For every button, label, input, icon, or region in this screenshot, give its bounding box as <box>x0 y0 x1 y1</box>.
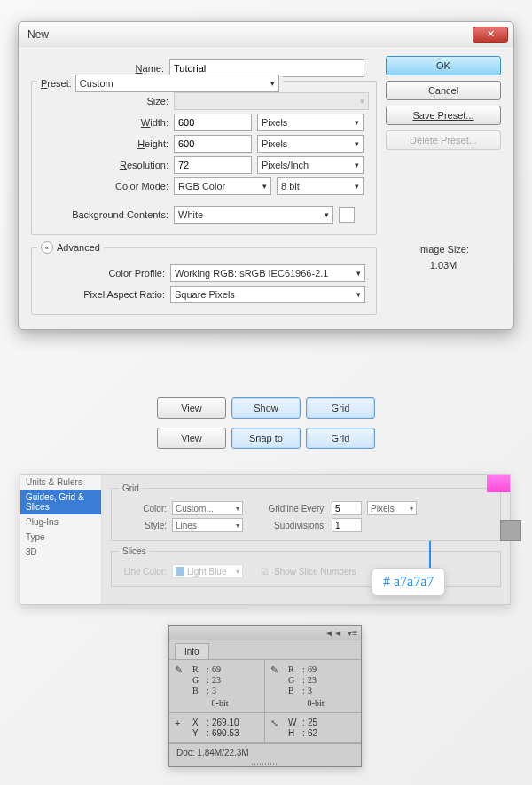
gridline-every-label: Gridline Every: <box>261 504 326 514</box>
new-document-dialog: New ✕ Name: Preset: Custom Size: Width: <box>18 21 514 330</box>
color-mode-select[interactable]: RGB Color <box>174 177 271 195</box>
bg-select[interactable]: White <box>174 206 333 224</box>
grid-item-button-2[interactable]: Grid <box>306 428 375 449</box>
sidebar-item-plugins[interactable]: Plug-Ins <box>20 514 101 530</box>
grid-style-label: Style: <box>119 521 167 530</box>
image-size-label: Image Size: <box>386 244 501 255</box>
size-label: Size: <box>35 96 168 106</box>
color-profile-select[interactable]: Working RGB: sRGB IEC61966-2.1 <box>170 264 365 282</box>
sidebar-item-units[interactable]: Units & Rulers <box>20 475 101 490</box>
rgb-readout-2: ✎ R:69 G:23 B:3 8-bit <box>265 660 361 713</box>
subdivisions-label: Subdivisions: <box>261 521 326 530</box>
color-profile-label: Color Profile: <box>32 268 165 279</box>
close-button[interactable]: ✕ <box>473 27 508 43</box>
par-label: Pixel Aspect Ratio: <box>32 289 165 300</box>
snap-to-submenu-button[interactable]: Snap to <box>231 428 301 449</box>
grid-color-label: Color: <box>119 504 167 514</box>
gridline-every-input[interactable] <box>332 501 362 515</box>
sidebar-item-3d[interactable]: 3D <box>20 545 101 560</box>
bit-depth-select[interactable]: 8 bit <box>277 177 364 195</box>
eyedropper-icon: ✎ <box>175 664 187 676</box>
grid-style-select[interactable]: Lines <box>172 518 243 532</box>
panel-menu-icon[interactable]: ▾≡ <box>348 628 357 638</box>
grid-custom-color-swatch[interactable] <box>500 520 521 541</box>
color-mode-label: Color Mode: <box>35 181 168 192</box>
ok-button[interactable]: OK <box>386 56 501 75</box>
width-label: Width: <box>35 117 168 128</box>
gridline-unit-select[interactable]: Pixels <box>367 501 417 515</box>
pink-swatch-icon <box>487 475 510 492</box>
grid-fieldset: Grid Color: Custom... Style: Lines Gridl… <box>111 483 501 541</box>
par-select[interactable]: Square Pixels <box>170 286 365 303</box>
color-hex-callout: # a7a7a7 <box>372 568 445 596</box>
info-panel: ◄◄ ▾≡ Info ✎ R:69 G:23 B:3 8-bit ✎ R:69 … <box>168 625 362 767</box>
eyedropper-icon: ✎ <box>270 664 283 676</box>
line-color-label: Line Color: <box>119 567 167 577</box>
bg-label: Background Contents: <box>35 209 168 220</box>
size-select <box>174 92 369 110</box>
height-label: Height: <box>35 138 168 149</box>
dialog-title: New <box>27 28 49 41</box>
height-input[interactable] <box>174 135 252 153</box>
delete-preset-button: Delete Preset... <box>386 130 501 150</box>
image-size-value: 1.03M <box>386 260 501 271</box>
callout-line <box>429 541 431 571</box>
height-unit-select[interactable]: Pixels <box>257 135 364 153</box>
doc-size-readout: Doc: 1.84M/22.3M <box>169 743 361 761</box>
crosshair-icon: + <box>175 718 187 728</box>
save-preset-button[interactable]: Save Preset... <box>386 106 501 125</box>
grid-item-button[interactable]: Grid <box>306 397 375 419</box>
dimensions-icon: ⤡ <box>270 718 283 729</box>
resolution-input[interactable] <box>174 156 252 174</box>
wh-readout: ⤡ W:25 H:62 <box>265 713 361 743</box>
resize-grip[interactable] <box>169 761 361 766</box>
show-slice-numbers-label: Show Slice Numbers <box>274 567 356 577</box>
advanced-toggle[interactable]: « <box>41 241 53 254</box>
bg-color-swatch[interactable] <box>339 207 355 223</box>
width-unit-select[interactable]: Pixels <box>257 114 364 131</box>
menu-path-strips: View Show Grid View Snap to Grid <box>0 397 532 449</box>
xy-readout: + X:269.10 Y:690.53 <box>169 713 265 743</box>
collapse-icon[interactable]: ◄◄ <box>325 628 342 638</box>
cancel-button[interactable]: Cancel <box>386 81 501 100</box>
preset-label: Preset: <box>41 78 72 89</box>
resolution-unit-select[interactable]: Pixels/Inch <box>257 156 364 174</box>
prefs-sidebar: Units & Rulers Guides, Grid & Slices Plu… <box>20 475 102 604</box>
slices-legend: Slices <box>119 546 150 556</box>
info-tab[interactable]: Info <box>175 643 209 659</box>
rgb-readout-1: ✎ R:69 G:23 B:3 8-bit <box>169 660 265 713</box>
sidebar-item-guides-grid[interactable]: Guides, Grid & Slices <box>20 490 101 514</box>
show-submenu-button[interactable]: Show <box>231 397 301 419</box>
width-input[interactable] <box>174 114 252 131</box>
resolution-label: Resolution: <box>35 160 168 170</box>
sidebar-item-type[interactable]: Type <box>20 530 101 545</box>
grid-color-select[interactable]: Custom... <box>172 501 243 515</box>
line-color-select: Light Blue <box>172 564 243 578</box>
view-menu-button[interactable]: View <box>157 397 226 419</box>
advanced-label: Advanced <box>57 242 100 253</box>
grid-legend: Grid <box>119 483 143 493</box>
name-label: Name: <box>31 63 164 74</box>
titlebar[interactable]: New ✕ <box>19 22 513 47</box>
subdivisions-input[interactable] <box>332 518 362 532</box>
info-panel-header[interactable]: ◄◄ ▾≡ <box>169 626 361 640</box>
preset-select[interactable]: Custom <box>75 75 279 92</box>
view-menu-button-2[interactable]: View <box>157 428 226 449</box>
